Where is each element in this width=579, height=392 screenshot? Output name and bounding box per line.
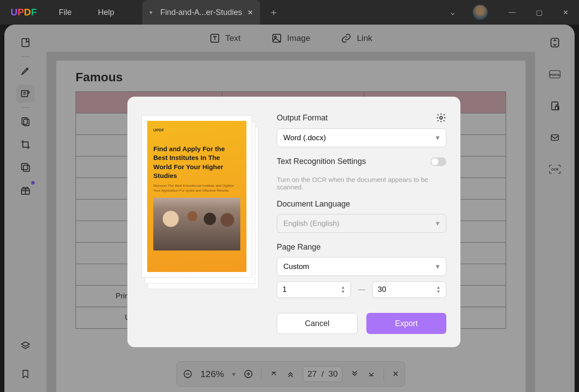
tab-close-icon[interactable]: ✕ [247,8,253,17]
language-label: Document Language [277,200,350,209]
minimize-icon[interactable]: — [509,8,516,17]
step-down-icon[interactable]: ▼ [341,290,345,294]
chevron-down-icon: ▾ [436,219,440,228]
app-logo: UPDF [11,7,37,18]
range-dash: — [358,286,365,294]
chevron-down-icon: ▾ [436,262,440,271]
close-icon[interactable]: ✕ [563,8,568,17]
tab-dropdown-icon[interactable]: ▾ [149,9,152,16]
menu-help[interactable]: Help [98,8,114,17]
preview-title: Find and Apply For the Best Institutes I… [153,145,240,180]
export-button[interactable]: Export [366,313,446,334]
account-dropdown-icon[interactable]: ⌄ [449,7,456,17]
preview-subtitle: Discover The Best Educational Institute … [153,184,240,193]
range-from-input[interactable]: 1 ▲▼ [277,281,351,298]
maximize-icon[interactable]: ▢ [536,8,543,17]
document-tab[interactable]: ▾ Find-and-A...er-Studies ✕ [142,0,260,25]
chevron-down-icon: ▾ [436,133,440,142]
preview-image [153,198,240,250]
output-format-select[interactable]: Word (.docx) ▾ [277,128,446,147]
avatar[interactable] [473,5,488,20]
page-range-select[interactable]: Custom ▾ [277,257,446,276]
range-to-input[interactable]: 30 ▲▼ [372,281,446,298]
new-tab-button[interactable]: ＋ [269,6,279,19]
preview-thumbnail: UPDF Find and Apply For the Best Institu… [141,115,259,280]
ocr-toggle[interactable] [431,157,446,166]
step-down-icon[interactable]: ▼ [436,290,441,294]
output-format-label: Output Format [277,113,328,123]
ocr-helper-text: Turn on the OCR when the document appear… [277,176,446,191]
preview-logo: UPDF [153,128,240,132]
tab-label: Find-and-A...er-Studies [160,8,242,17]
menu-file[interactable]: File [59,8,72,17]
language-select[interactable]: English (English) ▾ [277,214,446,233]
settings-icon[interactable] [436,113,446,123]
cancel-button[interactable]: Cancel [277,313,358,334]
svg-point-19 [440,116,442,119]
app-body: Text Image Link Famous In [4,25,575,392]
export-dialog: UPDF Find and Apply For the Best Institu… [127,97,460,347]
titlebar: UPDF File Help ▾ Find-and-A...er-Studies… [0,0,579,25]
ocr-label: Text Recognition Settings [277,157,366,166]
page-range-label: Page Range [277,243,321,252]
